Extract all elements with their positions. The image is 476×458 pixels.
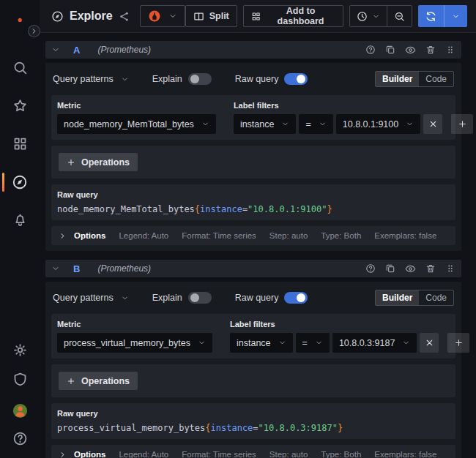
query-header: A (Prometheus)	[45, 41, 461, 59]
operations-label: Operations	[81, 376, 130, 386]
zoom-out-icon	[394, 11, 405, 22]
explain-toggle[interactable]	[188, 73, 212, 85]
duplicate-query-icon[interactable]	[385, 263, 395, 274]
run-query-button-group	[418, 5, 467, 27]
exemplars-stat: Exemplars: false	[374, 231, 436, 240]
add-operation-button[interactable]: Operations	[59, 372, 138, 390]
label-operator-value: =	[302, 338, 308, 348]
datasource-picker[interactable]	[140, 5, 185, 27]
user-avatar[interactable]	[0, 402, 40, 419]
query-datasource-label: (Prometheus)	[97, 263, 151, 274]
label-value-select[interactable]: 10.8.0.1:9100	[336, 114, 420, 134]
label-operator-select[interactable]: =	[299, 114, 332, 134]
chevron-down-icon	[278, 339, 286, 347]
query-patterns-dropdown[interactable]: Query patterns	[53, 74, 129, 84]
code-label-key: instance	[200, 204, 242, 214]
prometheus-icon	[148, 10, 161, 23]
toggle-visibility-eye-icon[interactable]	[405, 263, 416, 274]
remove-filter-button[interactable]	[420, 333, 439, 353]
code-label-value: "10.8.0.3:9187"	[259, 423, 338, 433]
label-filters-field: Label filters instance = 10.8.	[230, 320, 469, 353]
code-open-brace: {	[205, 423, 210, 433]
duplicate-query-icon[interactable]	[385, 45, 395, 55]
query-row-a: A (Prometheus) Query patterns Explain	[45, 41, 461, 251]
help-icon[interactable]	[0, 431, 40, 446]
code-metric: process_virtual_memory_bytes	[57, 423, 205, 433]
sidebar-expand-button[interactable]	[28, 25, 40, 37]
add-to-dashboard-label: Add to dashboard	[266, 6, 335, 26]
alerting-bell-icon[interactable]	[0, 212, 40, 228]
drag-grip-icon[interactable]	[445, 45, 455, 55]
datasource-help-icon[interactable]	[365, 263, 376, 274]
label-operator-value: =	[305, 119, 310, 129]
code-option[interactable]: Code	[419, 290, 453, 305]
query-datasource-label: (Prometheus)	[97, 45, 151, 55]
label-key-select[interactable]: instance	[230, 333, 293, 353]
code-close-brace: }	[327, 204, 332, 214]
explore-icon[interactable]	[0, 174, 40, 190]
raw-query-toggle[interactable]	[284, 73, 308, 85]
metric-label: Metric	[57, 320, 212, 329]
toggle-visibility-eye-icon[interactable]	[405, 45, 416, 56]
label-filters-label: Label filters	[234, 101, 473, 110]
chevron-down-icon	[121, 75, 129, 83]
dashboards-icon[interactable]	[0, 136, 40, 151]
drag-grip-icon[interactable]	[445, 263, 455, 274]
metric-field: Metric node_memory_MemTotal_bytes	[57, 101, 216, 134]
query-patterns-dropdown[interactable]: Query patterns	[53, 293, 129, 303]
explain-toggle[interactable]	[188, 292, 212, 304]
options-toggle[interactable]: Options	[59, 231, 105, 240]
query-letter[interactable]: B	[73, 263, 80, 274]
raw-query-toggle[interactable]	[284, 292, 308, 304]
configuration-gear-icon[interactable]	[0, 342, 40, 358]
server-admin-shield-icon[interactable]	[0, 372, 40, 387]
type-stat: Type: Both	[321, 450, 361, 458]
label-operator-select[interactable]: =	[296, 333, 330, 353]
query-letter[interactable]: A	[73, 45, 80, 56]
explain-label: Explain	[152, 293, 182, 303]
chevron-down-icon	[281, 120, 289, 128]
run-query-interval-dropdown[interactable]	[445, 5, 467, 27]
search-icon[interactable]	[0, 60, 40, 75]
collapse-chevron-icon[interactable]	[51, 45, 60, 54]
collapse-chevron-icon[interactable]	[51, 264, 60, 273]
add-to-dashboard-button[interactable]: Add to dashboard	[243, 5, 343, 27]
starred-icon[interactable]	[0, 98, 40, 113]
explore-compass-icon	[51, 10, 64, 23]
add-operation-button[interactable]: Operations	[59, 153, 138, 171]
left-sidebar	[0, 0, 40, 458]
chevron-down-icon	[452, 12, 460, 20]
time-range-picker[interactable]	[350, 6, 387, 26]
metric-and-labels-panel: Metric process_virtual_memory_bytes Labe…	[51, 314, 455, 358]
metric-value: process_virtual_memory_bytes	[64, 338, 190, 348]
remove-query-trash-icon[interactable]	[425, 263, 436, 274]
builder-code-switch: Builder Code	[375, 71, 454, 87]
time-controls-group	[349, 5, 412, 27]
share-icon[interactable]	[119, 11, 130, 22]
options-toggle[interactable]: Options	[59, 450, 105, 458]
label-value-select[interactable]: 10.8.0.3:9187	[332, 333, 417, 353]
label-key-select[interactable]: instance	[234, 114, 297, 134]
add-filter-button[interactable]	[451, 114, 473, 134]
refresh-icon	[425, 11, 436, 22]
code-option[interactable]: Code	[419, 72, 453, 86]
remove-query-trash-icon[interactable]	[425, 45, 436, 55]
builder-option[interactable]: Builder	[376, 72, 419, 86]
builder-option[interactable]: Builder	[376, 290, 419, 305]
metric-and-labels-panel: Metric node_memory_MemTotal_bytes Label …	[51, 95, 455, 140]
split-button[interactable]: Split	[185, 5, 237, 27]
plus-icon	[458, 119, 467, 129]
remove-filter-button[interactable]	[423, 114, 442, 134]
code-label-value: "10.8.0.1:9100"	[248, 204, 327, 214]
metric-select[interactable]: process_virtual_memory_bytes	[57, 333, 212, 353]
run-query-button[interactable]	[418, 5, 444, 27]
query-row-b: B (Prometheus) Query patterns Explain	[45, 260, 461, 458]
label-value: 10.8.0.1:9100	[343, 119, 398, 129]
datasource-help-icon[interactable]	[365, 45, 376, 55]
metric-select[interactable]: node_memory_MemTotal_bytes	[57, 114, 216, 134]
time-zoom-out-button[interactable]	[387, 6, 412, 26]
split-columns-icon	[193, 11, 204, 22]
chevron-down-icon	[372, 12, 380, 20]
add-filter-button[interactable]	[447, 333, 469, 353]
explore-title-group: Explore	[51, 10, 130, 23]
